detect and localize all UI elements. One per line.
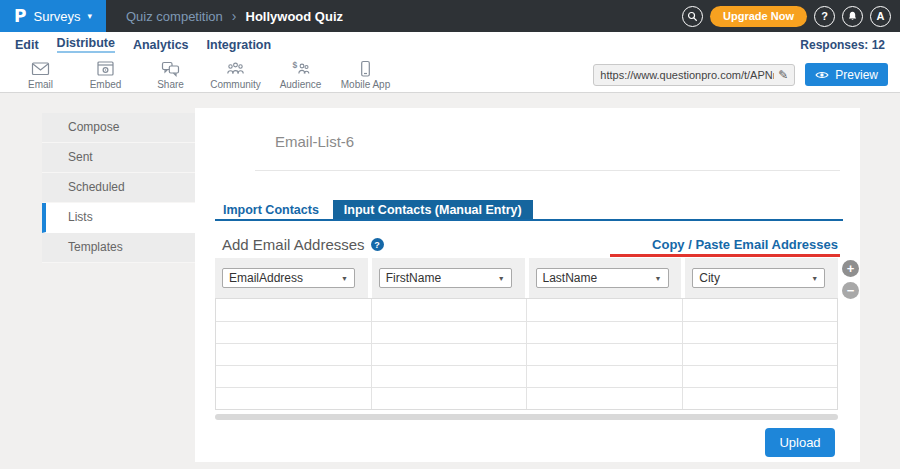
community-icon [225,60,246,78]
table-cell[interactable] [371,344,527,365]
table-cell[interactable] [526,299,682,321]
channel-community-label: Community [210,79,261,90]
upgrade-now-label: Upgrade Now [723,10,794,22]
help-tooltip-icon[interactable]: ? [371,238,384,251]
nav-analytics[interactable]: Analytics [133,38,189,52]
nav-edit[interactable]: Edit [15,38,39,52]
help-button[interactable]: ? [814,6,835,27]
add-row-button[interactable]: + [842,260,859,277]
search-icon [686,10,699,23]
channel-mobile-app[interactable]: Mobile App [333,60,398,90]
svg-text:$: $ [293,60,298,70]
channel-mobile-app-label: Mobile App [341,79,390,90]
select-caret-icon: ▼ [341,275,348,282]
upgrade-now-button[interactable]: Upgrade Now [710,6,807,27]
channel-embed-label: Embed [90,79,122,90]
search-button[interactable] [682,6,703,27]
table-row [216,365,837,387]
notifications-button[interactable] [842,6,863,27]
channel-share[interactable]: Share [138,60,203,90]
header-cell-firstname: FirstName ▼ [372,258,525,298]
sidebar-item-scheduled[interactable]: Scheduled [42,173,195,203]
question-mark-icon: ? [821,10,828,22]
main-area: Compose Sent Scheduled Lists Templates E… [0,93,900,469]
table-cell[interactable] [371,322,527,343]
title-divider [255,170,840,171]
responses-count: Responses: 12 [800,38,885,52]
contacts-table-header: EmailAddress ▼ FirstName ▼ LastName ▼ [215,258,838,298]
sidebar-item-compose[interactable]: Compose [42,113,195,143]
table-cell[interactable] [682,366,838,387]
survey-url-input[interactable] [600,69,774,81]
section-heading: Add Email Addresses ? [222,236,384,253]
nav-integration[interactable]: Integration [207,38,272,52]
table-cell[interactable] [526,388,682,409]
column-select-firstname-value: FirstName [386,271,441,285]
copy-paste-email-addresses-link[interactable]: Copy / Paste Email Addresses [652,237,838,252]
table-cell[interactable] [682,388,838,409]
section-heading-label: Add Email Addresses [222,236,365,253]
list-detail-card: Email-List-6 Import Contacts Input Conta… [195,108,860,462]
table-cell[interactable] [682,322,838,343]
row-buttons: + − [842,260,859,299]
horizontal-scrollbar[interactable] [215,414,838,420]
breadcrumb-parent[interactable]: Quiz competition [126,9,223,24]
edit-url-pencil-icon[interactable]: ✎ [778,68,788,82]
table-row [216,299,837,321]
table-cell[interactable] [526,344,682,365]
channel-community[interactable]: Community [203,60,268,90]
table-cell[interactable] [216,322,371,343]
channel-list: Email Embed Share [0,60,398,90]
mobile-app-icon [355,60,376,78]
contacts-table-body [215,298,838,410]
eye-icon [815,70,829,80]
contacts-tabs: Import Contacts Input Contacts (Manual E… [215,200,843,221]
table-cell[interactable] [216,344,371,365]
email-icon [30,60,51,78]
red-annotation-underline [610,254,840,257]
tab-import-contacts[interactable]: Import Contacts [215,200,327,219]
channel-audience[interactable]: $ Audience [268,60,333,90]
column-select-city-value: City [699,271,720,285]
table-cell[interactable] [682,299,838,321]
surveys-product-menu[interactable]: P Surveys ▾ [0,0,106,32]
channel-email-label: Email [28,79,53,90]
table-cell[interactable] [216,366,371,387]
column-select-lastname[interactable]: LastName ▼ [536,268,669,288]
table-cell[interactable] [526,366,682,387]
tab-input-contacts-manual-entry[interactable]: Input Contacts (Manual Entry) [333,200,533,219]
embed-icon [95,60,116,78]
channel-embed[interactable]: Embed [73,60,138,90]
breadcrumb: Quiz competition › Hollywood Quiz [126,8,343,24]
preview-button[interactable]: Preview [805,63,888,86]
remove-row-button[interactable]: − [842,282,859,299]
column-select-emailaddress[interactable]: EmailAddress ▼ [222,268,355,288]
column-select-firstname[interactable]: FirstName ▼ [379,268,512,288]
sidebar-item-templates[interactable]: Templates [42,233,195,263]
table-cell[interactable] [371,366,527,387]
breadcrumb-separator-icon: › [232,8,237,24]
questionpro-logo: P [14,6,26,26]
table-cell[interactable] [682,344,838,365]
chevron-down-icon: ▾ [87,12,92,21]
table-cell[interactable] [526,322,682,343]
table-cell[interactable] [216,299,371,321]
sidebar-item-lists[interactable]: Lists [42,203,195,233]
account-avatar[interactable]: A [870,6,891,27]
upload-button[interactable]: Upload [765,428,835,457]
sidebar-item-sent[interactable]: Sent [42,143,195,173]
select-caret-icon: ▼ [655,275,662,282]
channel-audience-label: Audience [280,79,322,90]
table-cell[interactable] [216,388,371,409]
upload-label: Upload [779,435,820,450]
table-row [216,343,837,365]
column-select-city[interactable]: City ▼ [692,268,825,288]
audience-icon: $ [290,60,311,78]
table-cell[interactable] [371,299,527,321]
select-caret-icon: ▼ [498,275,505,282]
channel-email[interactable]: Email [8,60,73,90]
table-cell[interactable] [371,388,527,409]
nav-distribute[interactable]: Distribute [57,36,115,53]
topbar-actions: Upgrade Now ? A [682,6,900,27]
distribute-toolbar: Email Embed Share [0,57,900,93]
